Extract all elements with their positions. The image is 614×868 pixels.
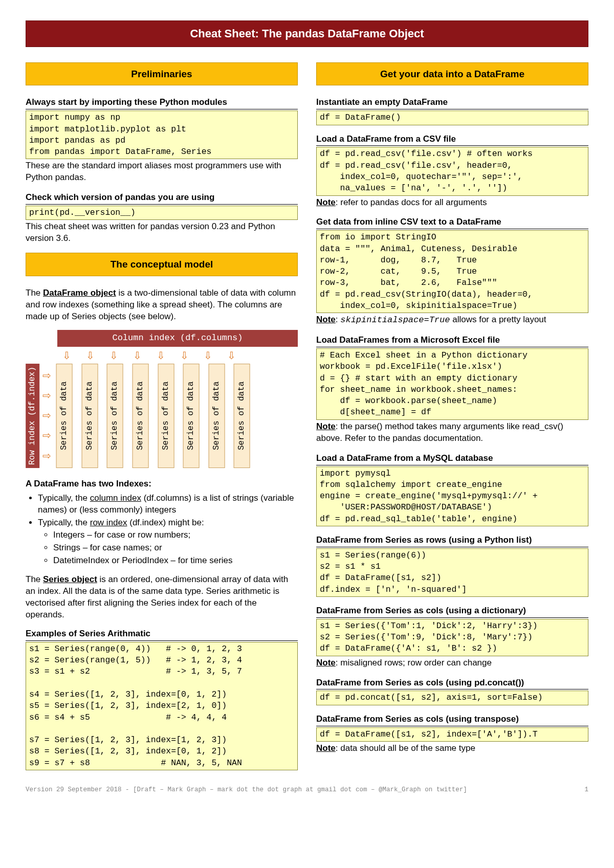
- code-csv: df = pd.read_csv('file.csv') # often wor…: [316, 147, 588, 195]
- para-imports: These are the standard import aliases mo…: [26, 160, 298, 184]
- code-series-cols-dict: s1 = Series({'Tom':1, 'Dick':2, 'Harry':…: [316, 619, 588, 656]
- code-imports: import numpy as np import matplotlib.pyp…: [26, 110, 298, 159]
- down-arrow-icon: ⇩: [201, 349, 215, 363]
- para-series-def: The Series object is an ordered, one-dim…: [26, 574, 298, 621]
- down-arrow-icon: ⇩: [130, 349, 144, 363]
- subhead-two-indexes: A DataFrame has two Indexes:: [26, 478, 298, 491]
- right-arrow-icon: ⇨: [42, 389, 51, 403]
- dataframe-diagram: Column index (df.columns) ⇩ ⇩ ⇩ ⇩ ⇩ ⇩ ⇩ …: [26, 330, 298, 468]
- diagram-right-arrows: ⇨ ⇨ ⇨ ⇨ ⇨: [42, 364, 51, 468]
- down-arrow-icon: ⇩: [106, 349, 121, 363]
- list-item: Strings – for case names; or: [53, 542, 298, 554]
- section-get-data: Get your data into a DataFrame: [316, 62, 588, 86]
- code-inline-csv: from io import StringIO data = """, Anim…: [316, 230, 588, 313]
- code-series-arithmetic: s1 = Series(range(0, 4)) # -> 0, 1, 2, 3…: [26, 642, 298, 770]
- subhead-series-rows: DataFrame from Series as rows (using a P…: [316, 535, 588, 547]
- code-version: print(pd.__version__): [26, 206, 298, 220]
- diagram-series-cell: Series of data: [133, 364, 149, 468]
- diagram-series-cell: Series of data: [158, 364, 174, 468]
- subhead-excel: Load DataFrames from a Microsoft Excel f…: [316, 335, 588, 347]
- subhead-mysql: Load a DataFrame from a MySQL database: [316, 453, 588, 465]
- code-series-cols-concat: df = pd.concat([s1, s2], axis=1, sort=Fa…: [316, 691, 588, 705]
- subhead-inline-csv: Get data from inline CSV text to a DataF…: [316, 216, 588, 229]
- page-title: Cheat Sheet: The pandas DataFrame Object: [26, 20, 588, 47]
- subhead-csv: Load a DataFrame from a CSV file: [316, 133, 588, 146]
- subhead-series-cols-concat: DataFrame from Series as cols (using pd.…: [316, 677, 588, 690]
- list-item: Typically, the row index (df.index) migh…: [38, 517, 298, 567]
- section-preliminaries: Preliminaries: [26, 62, 298, 86]
- subhead-version: Check which version of pandas you are us…: [26, 192, 298, 205]
- down-arrow-icon: ⇩: [83, 349, 97, 363]
- diagram-down-arrows: ⇩ ⇩ ⇩ ⇩ ⇩ ⇩ ⇩ ⇩: [57, 349, 298, 363]
- content-columns: Preliminaries Always start by importing …: [26, 62, 588, 770]
- down-arrow-icon: ⇩: [154, 349, 168, 363]
- right-arrow-icon: ⇨: [42, 409, 51, 422]
- para-dataframe-def: The DataFrame object is a two-dimensiona…: [26, 287, 298, 323]
- down-arrow-icon: ⇩: [177, 349, 191, 363]
- para-version: This cheat sheet was written for pandas …: [26, 221, 298, 244]
- page-footer: Version 29 September 2018 - [Draft – Mar…: [26, 786, 588, 794]
- code-series-rows: s1 = Series(range(6)) s2 = s1 * s1 df = …: [316, 548, 588, 597]
- right-arrow-icon: ⇨: [42, 449, 51, 463]
- left-column: Preliminaries Always start by importing …: [26, 62, 298, 770]
- page-number: 1: [584, 786, 588, 794]
- diagram-series-cell: Series of data: [209, 364, 225, 468]
- list-item: DatetimeIndex or PeriodIndex – for time …: [53, 555, 298, 567]
- section-conceptual: The conceptual model: [26, 253, 298, 276]
- diagram-series-cell: Series of data: [107, 364, 123, 468]
- code-mysql: import pymysql from sqlalchemy import cr…: [316, 466, 588, 526]
- subhead-empty-df: Instantiate an empty DataFrame: [316, 97, 588, 109]
- diagram-series-cell: Series of data: [82, 364, 98, 468]
- note-excel: Note: the parse() method takes many argu…: [316, 421, 588, 444]
- note-csv: Note: refer to pandas docs for all argum…: [316, 197, 588, 209]
- diagram-row-index: Row index (df.index): [26, 364, 39, 468]
- subhead-series-cols-dict: DataFrame from Series as cols (using a d…: [316, 605, 588, 618]
- code-excel: # Each Excel sheet in a Python dictionar…: [316, 348, 588, 420]
- subhead-series-cols-transpose: DataFrame from Series as cols (using tra…: [316, 714, 588, 726]
- down-arrow-icon: ⇩: [59, 349, 74, 363]
- subhead-imports: Always start by importing these Python m…: [26, 97, 298, 109]
- subhead-series-arithmetic: Examples of Series Arithmatic: [26, 628, 298, 641]
- diagram-series-cell: Series of data: [183, 364, 200, 468]
- diagram-series-cell: Series of data: [234, 364, 250, 468]
- footer-version: Version 29 September 2018 - [Draft – Mar…: [26, 786, 467, 794]
- code-series-cols-transpose: df = DataFrame([s1, s2], index=['A','B']…: [316, 727, 588, 742]
- down-arrow-icon: ⇩: [224, 349, 238, 363]
- diagram-column-index: Column index (df.columns): [57, 330, 298, 347]
- right-column: Get your data into a DataFrame Instantia…: [316, 62, 588, 770]
- note-series-cols-transpose: Note: data should all be of the same typ…: [316, 743, 588, 754]
- list-item: Typically, the column index (df.columns)…: [38, 493, 298, 516]
- diagram-series-cell: Series of data: [56, 364, 73, 468]
- right-arrow-icon: ⇨: [42, 369, 51, 383]
- note-series-cols-dict: Note: misaligned rows; row order can cha…: [316, 657, 588, 669]
- right-arrow-icon: ⇨: [42, 429, 51, 442]
- note-inline-csv: Note: skipinitialspace=True allows for a…: [316, 314, 588, 326]
- code-empty-df: df = DataFrame(): [316, 110, 588, 125]
- indexes-list: Typically, the column index (df.columns)…: [26, 493, 298, 567]
- list-item: Integers – for case or row numbers;: [53, 529, 298, 541]
